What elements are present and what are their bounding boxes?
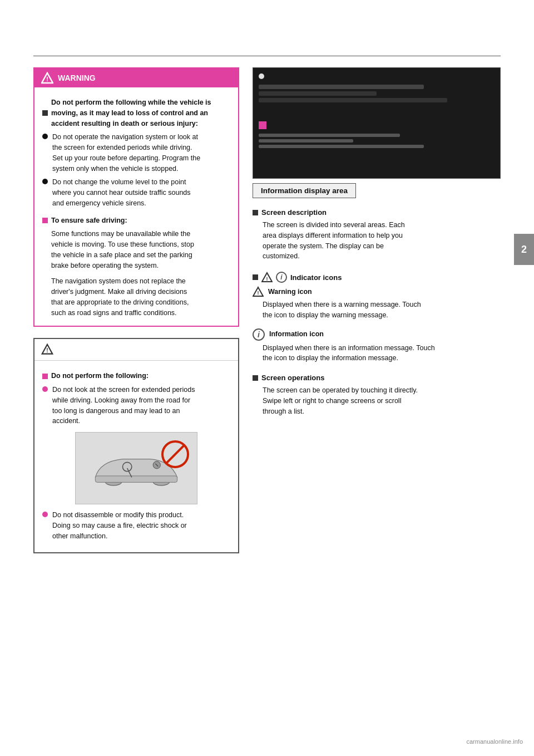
- page-container: 2 ! WARNING: [0, 0, 534, 756]
- caution-bullet-text-1: Do not look at the screen for extended p…: [52, 385, 195, 426]
- nav-line-1: [259, 85, 424, 89]
- svg-text:!: !: [258, 290, 259, 296]
- right-column: Information display area Screen descript…: [253, 67, 501, 553]
- nav-screen-content: [259, 82, 495, 105]
- screen-ops-heading-text: Screen operations: [261, 374, 324, 382]
- chapter-tab: 2: [514, 234, 534, 265]
- nav-line-5: [259, 139, 353, 143]
- indicator-icons-heading: ! i Indicator icons: [253, 272, 501, 283]
- watermark: carmanualonline.info: [466, 738, 523, 745]
- caution-pink-square-icon: [42, 374, 48, 379]
- screen-ops-text: The screen can be operated by touching i…: [253, 385, 501, 416]
- bullet-circle-icon: [42, 134, 48, 139]
- svg-rect-6: [95, 476, 177, 482]
- warning-text-1: Some functions may be unavailable while …: [42, 229, 230, 271]
- warning-triangle-icon: !: [41, 72, 53, 84]
- warning-heading-1: Do not perform the following while the v…: [42, 97, 230, 129]
- screen-ops-heading: Screen operations: [253, 374, 501, 382]
- screen-ops-square-icon: [253, 375, 258, 381]
- screen-desc-heading: Screen description: [253, 208, 501, 217]
- left-column: ! WARNING Do not perform the following w…: [33, 67, 239, 553]
- nav-line-2: [259, 91, 377, 96]
- indicator-warning-row: ! Warning icon: [253, 286, 501, 297]
- warning-header: ! WARNING: [34, 68, 238, 87]
- indicator-icons-label: ! i Indicator icons: [261, 272, 342, 283]
- indicator-info-row: i Information icon: [253, 328, 501, 341]
- warning-bullet-1: Do not operate the navigation system or …: [42, 132, 230, 174]
- screen-desc-heading-text: Screen description: [261, 208, 327, 217]
- caution-bullet-2: Do not disassemble or modify this produc…: [42, 510, 230, 541]
- top-rule: [33, 56, 501, 56]
- warning-heading-text-2: To ensure safe driving:: [51, 215, 127, 226]
- right-section-3: Screen operations The screen can be oper…: [253, 374, 501, 416]
- svg-text:!: !: [266, 276, 268, 282]
- chapter-number: 2: [521, 244, 527, 256]
- screen-desc-text: The screen is divided into several areas…: [253, 220, 501, 262]
- display-bullet-dot: [259, 73, 264, 79]
- display-pink-square: [259, 121, 266, 129]
- info-display-label: Information display area: [253, 183, 356, 198]
- indicator-info-circle-icon: i: [253, 328, 265, 341]
- warning-box: ! WARNING Do not perform the following w…: [33, 67, 239, 327]
- nav-line-4: [259, 134, 400, 137]
- indicator-info-desc: Displayed when there is an information m…: [253, 343, 501, 364]
- caution-bullet-1: Do not look at the screen for extended p…: [42, 385, 230, 426]
- indicator-info-label: Information icon: [269, 329, 324, 340]
- caution-header: !: [34, 339, 238, 361]
- nav-line-6: [259, 145, 424, 148]
- warning-text-2: The navigation system does not replace t…: [42, 276, 230, 318]
- caution-bullet-circle-2: [42, 512, 48, 517]
- caution-body: Do not perform the following: Do not loo…: [34, 361, 238, 541]
- dark-square-icon: [42, 110, 48, 116]
- caution-heading-text: Do not perform the following:: [51, 371, 149, 381]
- pink-square-icon: [42, 218, 48, 223]
- warning-label: WARNING: [58, 73, 96, 82]
- warning-body: Do not perform the following while the v…: [34, 87, 238, 318]
- indicator-info-item: i Information icon Displayed when there …: [253, 328, 501, 364]
- warning-bullet-2: Do not change the volume level to the po…: [42, 177, 230, 208]
- display-image-box: [253, 67, 501, 179]
- indicator-triangle-svg: !: [261, 272, 273, 283]
- indicator-square-icon: [253, 274, 258, 280]
- caution-bullet-circle-1: [42, 386, 48, 392]
- caution-triangle-icon: !: [41, 343, 53, 356]
- warning-heading-text-1: Do not perform the following while the v…: [51, 97, 211, 129]
- indicator-title: Indicator icons: [290, 273, 342, 282]
- caution-box: ! Do not perform the following:: [33, 338, 239, 553]
- right-section-1: Screen description The screen is divided…: [253, 208, 501, 262]
- nav-line-3: [259, 98, 447, 102]
- caution-heading: Do not perform the following:: [42, 371, 230, 381]
- indicator-warning-svg: !: [253, 286, 264, 297]
- indicator-warning-item: ! Warning icon Displayed when there is a…: [253, 286, 501, 321]
- warning-bullet-text-2: Do not change the volume level to the po…: [52, 177, 191, 208]
- no-symbol-icon: [161, 440, 189, 468]
- svg-text:!: !: [46, 76, 48, 82]
- svg-text:!: !: [46, 347, 48, 354]
- indicator-warning-label: Warning icon: [268, 287, 312, 297]
- warning-heading-2: To ensure safe driving:: [42, 215, 230, 226]
- caution-car-image: [75, 432, 197, 504]
- indicator-warning-desc: Displayed when there is a warning messag…: [253, 300, 501, 321]
- right-section-2: ! i Indicator icons ! Warning i: [253, 272, 501, 364]
- bullet-circle-icon-2: [42, 179, 48, 184]
- indicator-info-icon: i: [276, 272, 287, 283]
- indicator-heading-text: !: [261, 272, 273, 283]
- warning-bullet-text-1: Do not operate the navigation system or …: [52, 132, 200, 174]
- screen-desc-square-icon: [253, 210, 258, 215]
- main-columns: ! WARNING Do not perform the following w…: [0, 67, 534, 553]
- caution-bullet-text-2: Do not disassemble or modify this produc…: [52, 510, 187, 541]
